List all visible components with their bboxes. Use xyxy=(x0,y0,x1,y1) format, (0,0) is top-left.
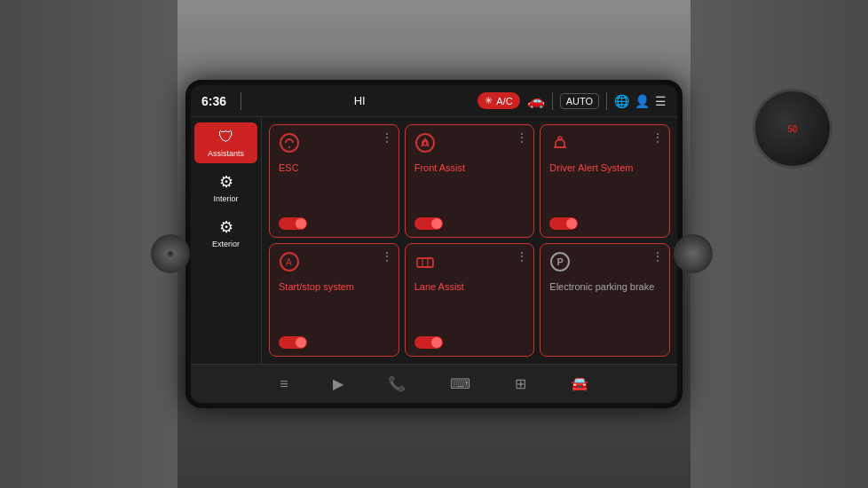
main-content: 🛡 Assistants ⚙ Interior ⚙ Exterior xyxy=(191,117,677,364)
front-assist-toggle[interactable] xyxy=(414,217,443,230)
nav-phone-btn[interactable]: 📞 xyxy=(379,370,414,397)
sidebar-item-assistants[interactable]: 🛡 Assistants xyxy=(194,122,257,163)
ac-button[interactable]: ✳ A/C xyxy=(477,92,519,109)
feature-grid: ⋮ ESC xyxy=(262,117,677,364)
front-assist-label: Front Assist xyxy=(414,162,525,173)
esc-toggle[interactable] xyxy=(279,217,307,230)
nav-car-btn[interactable]: 🚘 xyxy=(562,370,597,397)
infotainment-unit: 6:36 HI ✳ A/C 🚗 AUTO 🌐 👤 ☰ xyxy=(185,80,683,408)
climate-hi: HI xyxy=(249,94,470,107)
status-bar: 6:36 HI ✳ A/C 🚗 AUTO 🌐 👤 ☰ xyxy=(191,85,677,117)
start-stop-label: Start/stop system xyxy=(279,281,390,292)
dashboard-right: 50 xyxy=(690,0,868,488)
start-stop-icon: A xyxy=(279,251,390,278)
parking-brake-menu-icon[interactable]: ⋮ xyxy=(651,249,664,264)
left-knob[interactable] xyxy=(151,234,190,273)
speedometer: 50 xyxy=(753,89,841,222)
card-esc[interactable]: ⋮ ESC xyxy=(269,124,399,238)
auto-label[interactable]: AUTO xyxy=(560,93,599,109)
interior-label: Interior xyxy=(213,194,238,203)
card-start-stop[interactable]: ⋮ A Start/stop system xyxy=(269,243,399,357)
status-icons: 🌐 👤 ☰ xyxy=(614,94,667,108)
interior-icon: ⚙ xyxy=(219,172,233,192)
screen: 6:36 HI ✳ A/C 🚗 AUTO 🌐 👤 ☰ xyxy=(191,85,677,403)
speedometer-dial: 50 xyxy=(753,89,832,169)
driver-alert-menu-icon[interactable]: ⋮ xyxy=(651,130,664,145)
user-icon[interactable]: 👤 xyxy=(635,94,650,108)
svg-rect-7 xyxy=(417,258,433,267)
ac-fan-icon: ✳ xyxy=(485,95,493,106)
bottom-nav: ≡ ▶ 📞 ⌨ ⊞ 🚘 xyxy=(191,364,677,403)
divider-2 xyxy=(552,92,553,110)
clock: 6:36 xyxy=(201,94,226,108)
svg-point-0 xyxy=(280,134,298,152)
right-knob[interactable] xyxy=(674,234,713,273)
lane-assist-toggle[interactable] xyxy=(414,336,443,349)
lane-assist-menu-icon[interactable]: ⋮ xyxy=(516,249,528,264)
esc-label: ESC xyxy=(279,162,390,173)
parking-brake-icon: P xyxy=(549,251,660,278)
card-parking-brake[interactable]: ⋮ P Electronic parking brake xyxy=(540,243,670,357)
start-stop-menu-icon[interactable]: ⋮ xyxy=(381,249,393,264)
esc-icon xyxy=(279,132,390,159)
sidebar-item-interior[interactable]: ⚙ Interior xyxy=(194,167,257,209)
ac-label: A/C xyxy=(496,96,512,106)
lane-assist-label: Lane Assist xyxy=(414,281,525,292)
exterior-icon: ⚙ xyxy=(219,217,233,237)
assistants-label: Assistants xyxy=(208,149,244,158)
lane-assist-icon xyxy=(414,251,525,278)
car-icon: 🚗 xyxy=(527,92,545,109)
svg-text:P: P xyxy=(557,256,564,267)
screen-container: 6:36 HI ✳ A/C 🚗 AUTO 🌐 👤 ☰ xyxy=(185,80,683,408)
dashboard: 50 6:36 HI ✳ A/C 🚗 xyxy=(0,0,868,488)
nav-menu-btn[interactable]: ≡ xyxy=(271,371,296,397)
card-driver-alert[interactable]: ⋮ Driver Alert System xyxy=(540,124,670,238)
driver-alert-icon xyxy=(549,132,660,159)
svg-text:A: A xyxy=(286,257,292,267)
esc-menu-icon[interactable]: ⋮ xyxy=(381,130,393,145)
menu-icon[interactable]: ☰ xyxy=(655,94,667,108)
driver-alert-label: Driver Alert System xyxy=(549,162,660,173)
start-stop-toggle[interactable] xyxy=(279,336,307,349)
nav-keyboard-btn[interactable]: ⌨ xyxy=(441,370,479,397)
front-assist-icon xyxy=(414,132,525,159)
divider-1 xyxy=(241,92,241,110)
exterior-label: Exterior xyxy=(212,240,240,248)
globe-icon[interactable]: 🌐 xyxy=(614,94,629,108)
nav-apps-btn[interactable]: ⊞ xyxy=(506,370,535,397)
sidebar: 🛡 Assistants ⚙ Interior ⚙ Exterior xyxy=(191,117,262,364)
nav-play-btn[interactable]: ▶ xyxy=(324,370,352,397)
divider-3 xyxy=(606,92,607,110)
dashboard-left xyxy=(0,0,178,488)
driver-alert-toggle[interactable] xyxy=(549,217,578,230)
card-lane-assist[interactable]: ⋮ Lane Assist xyxy=(405,243,535,357)
svg-point-4 xyxy=(558,137,562,140)
front-assist-menu-icon[interactable]: ⋮ xyxy=(516,130,528,145)
parking-brake-label: Electronic parking brake xyxy=(549,281,660,292)
card-front-assist[interactable]: ⋮ Front Assist xyxy=(405,124,535,238)
assistants-icon: 🛡 xyxy=(218,128,234,146)
sidebar-item-exterior[interactable]: ⚙ Exterior xyxy=(194,212,257,254)
svg-point-2 xyxy=(416,134,434,152)
